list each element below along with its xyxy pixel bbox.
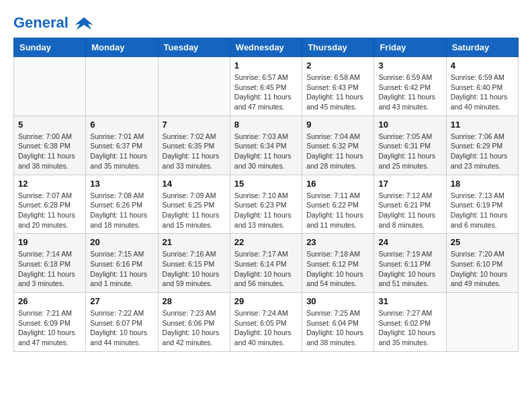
- day-info: Sunrise: 7:08 AMSunset: 6:26 PMDaylight:…: [90, 191, 153, 230]
- calendar-day-5: 5Sunrise: 7:00 AMSunset: 6:38 PMDaylight…: [14, 116, 86, 175]
- day-info: Sunrise: 6:58 AMSunset: 6:43 PMDaylight:…: [306, 73, 369, 112]
- day-info: Sunrise: 7:20 AMSunset: 6:10 PMDaylight:…: [451, 249, 514, 289]
- day-info: Sunrise: 7:27 AMSunset: 6:02 PMDaylight:…: [378, 308, 441, 348]
- page-header: General: [13, 13, 519, 31]
- day-number: 14: [163, 179, 226, 189]
- day-info: Sunrise: 6:59 AMSunset: 6:42 PMDaylight:…: [378, 73, 441, 112]
- calendar-day-25: 25Sunrise: 7:20 AMSunset: 6:10 PMDayligh…: [446, 234, 518, 293]
- day-info: Sunrise: 7:12 AMSunset: 6:21 PMDaylight:…: [378, 191, 441, 230]
- calendar-empty-cell: [446, 293, 518, 352]
- day-info: Sunrise: 7:01 AMSunset: 6:37 PMDaylight:…: [90, 132, 153, 171]
- logo-general: General: [13, 14, 69, 31]
- calendar-empty-cell: [86, 57, 158, 116]
- day-info: Sunrise: 7:03 AMSunset: 6:34 PMDaylight:…: [234, 132, 298, 171]
- weekday-header-tuesday: Tuesday: [158, 38, 230, 57]
- calendar-day-21: 21Sunrise: 7:16 AMSunset: 6:15 PMDayligh…: [158, 234, 230, 293]
- calendar-empty-cell: [14, 57, 86, 116]
- calendar-day-9: 9Sunrise: 7:04 AMSunset: 6:32 PMDaylight…: [302, 116, 374, 175]
- day-info: Sunrise: 7:22 AMSunset: 6:07 PMDaylight:…: [90, 308, 153, 348]
- weekday-header-saturday: Saturday: [446, 38, 518, 57]
- day-info: Sunrise: 7:07 AMSunset: 6:28 PMDaylight:…: [18, 191, 81, 230]
- calendar-day-2: 2Sunrise: 6:58 AMSunset: 6:43 PMDaylight…: [302, 57, 374, 116]
- day-number: 9: [306, 120, 369, 130]
- day-number: 24: [378, 237, 441, 247]
- calendar-day-20: 20Sunrise: 7:15 AMSunset: 6:16 PMDayligh…: [86, 234, 158, 293]
- calendar-day-26: 26Sunrise: 7:21 AMSunset: 6:09 PMDayligh…: [14, 293, 86, 352]
- calendar-day-30: 30Sunrise: 7:25 AMSunset: 6:04 PMDayligh…: [302, 293, 374, 352]
- day-number: 31: [378, 296, 441, 306]
- logo: General: [13, 13, 94, 31]
- day-info: Sunrise: 7:04 AMSunset: 6:32 PMDaylight:…: [306, 132, 369, 171]
- calendar-week-row: 12Sunrise: 7:07 AMSunset: 6:28 PMDayligh…: [14, 175, 519, 234]
- day-info: Sunrise: 7:14 AMSunset: 6:18 PMDaylight:…: [18, 249, 81, 289]
- calendar-week-row: 19Sunrise: 7:14 AMSunset: 6:18 PMDayligh…: [14, 234, 519, 293]
- day-info: Sunrise: 7:05 AMSunset: 6:31 PMDaylight:…: [378, 132, 441, 171]
- calendar-day-1: 1Sunrise: 6:57 AMSunset: 6:45 PMDaylight…: [230, 57, 302, 116]
- day-number: 29: [234, 296, 298, 306]
- calendar-week-row: 26Sunrise: 7:21 AMSunset: 6:09 PMDayligh…: [14, 293, 519, 352]
- calendar-day-22: 22Sunrise: 7:17 AMSunset: 6:14 PMDayligh…: [230, 234, 302, 293]
- calendar-day-12: 12Sunrise: 7:07 AMSunset: 6:28 PMDayligh…: [14, 175, 86, 234]
- weekday-header-friday: Friday: [374, 38, 446, 57]
- day-number: 17: [378, 179, 441, 189]
- day-number: 15: [234, 179, 298, 189]
- weekday-header-sunday: Sunday: [14, 38, 86, 57]
- day-info: Sunrise: 7:02 AMSunset: 6:35 PMDaylight:…: [163, 132, 226, 171]
- day-info: Sunrise: 7:10 AMSunset: 6:23 PMDaylight:…: [234, 191, 298, 230]
- calendar-day-15: 15Sunrise: 7:10 AMSunset: 6:23 PMDayligh…: [230, 175, 302, 234]
- calendar-day-6: 6Sunrise: 7:01 AMSunset: 6:37 PMDaylight…: [86, 116, 158, 175]
- day-number: 6: [90, 120, 153, 130]
- calendar-day-3: 3Sunrise: 6:59 AMSunset: 6:42 PMDaylight…: [374, 57, 446, 116]
- calendar-table: SundayMondayTuesdayWednesdayThursdayFrid…: [13, 38, 519, 352]
- day-number: 11: [451, 120, 514, 130]
- calendar-day-19: 19Sunrise: 7:14 AMSunset: 6:18 PMDayligh…: [14, 234, 86, 293]
- day-number: 28: [163, 296, 226, 306]
- day-number: 30: [306, 296, 369, 306]
- calendar-day-10: 10Sunrise: 7:05 AMSunset: 6:31 PMDayligh…: [374, 116, 446, 175]
- calendar-week-row: 5Sunrise: 7:00 AMSunset: 6:38 PMDaylight…: [14, 116, 519, 175]
- calendar-day-28: 28Sunrise: 7:23 AMSunset: 6:06 PMDayligh…: [158, 293, 230, 352]
- day-info: Sunrise: 7:13 AMSunset: 6:19 PMDaylight:…: [451, 191, 514, 230]
- day-info: Sunrise: 7:11 AMSunset: 6:22 PMDaylight:…: [306, 191, 369, 230]
- day-number: 13: [90, 179, 153, 189]
- calendar-day-18: 18Sunrise: 7:13 AMSunset: 6:19 PMDayligh…: [446, 175, 518, 234]
- day-info: Sunrise: 7:15 AMSunset: 6:16 PMDaylight:…: [90, 249, 153, 289]
- day-number: 27: [90, 296, 153, 306]
- calendar-day-14: 14Sunrise: 7:09 AMSunset: 6:25 PMDayligh…: [158, 175, 230, 234]
- day-info: Sunrise: 6:57 AMSunset: 6:45 PMDaylight:…: [234, 73, 298, 112]
- calendar-day-8: 8Sunrise: 7:03 AMSunset: 6:34 PMDaylight…: [230, 116, 302, 175]
- day-info: Sunrise: 7:21 AMSunset: 6:09 PMDaylight:…: [18, 308, 81, 348]
- day-number: 18: [451, 179, 514, 189]
- day-info: Sunrise: 6:59 AMSunset: 6:40 PMDaylight:…: [451, 73, 514, 112]
- day-info: Sunrise: 7:06 AMSunset: 6:29 PMDaylight:…: [451, 132, 514, 171]
- calendar-day-27: 27Sunrise: 7:22 AMSunset: 6:07 PMDayligh…: [86, 293, 158, 352]
- logo-text: General: [13, 13, 94, 34]
- calendar-day-29: 29Sunrise: 7:24 AMSunset: 6:05 PMDayligh…: [230, 293, 302, 352]
- calendar-day-24: 24Sunrise: 7:19 AMSunset: 6:11 PMDayligh…: [374, 234, 446, 293]
- calendar-day-7: 7Sunrise: 7:02 AMSunset: 6:35 PMDaylight…: [158, 116, 230, 175]
- calendar-header-row: SundayMondayTuesdayWednesdayThursdayFrid…: [14, 38, 519, 57]
- calendar-day-17: 17Sunrise: 7:12 AMSunset: 6:21 PMDayligh…: [374, 175, 446, 234]
- day-info: Sunrise: 7:17 AMSunset: 6:14 PMDaylight:…: [234, 249, 298, 289]
- day-number: 21: [163, 237, 226, 247]
- day-info: Sunrise: 7:09 AMSunset: 6:25 PMDaylight:…: [163, 191, 226, 230]
- calendar-week-row: 1Sunrise: 6:57 AMSunset: 6:45 PMDaylight…: [14, 57, 519, 116]
- svg-marker-0: [75, 17, 93, 30]
- day-info: Sunrise: 7:00 AMSunset: 6:38 PMDaylight:…: [18, 132, 81, 171]
- day-info: Sunrise: 7:24 AMSunset: 6:05 PMDaylight:…: [234, 308, 298, 348]
- calendar-day-11: 11Sunrise: 7:06 AMSunset: 6:29 PMDayligh…: [446, 116, 518, 175]
- day-number: 5: [18, 120, 81, 130]
- calendar-empty-cell: [158, 57, 230, 116]
- calendar-day-23: 23Sunrise: 7:18 AMSunset: 6:12 PMDayligh…: [302, 234, 374, 293]
- calendar-day-16: 16Sunrise: 7:11 AMSunset: 6:22 PMDayligh…: [302, 175, 374, 234]
- day-number: 1: [234, 60, 298, 71]
- weekday-header-monday: Monday: [86, 38, 158, 57]
- day-number: 10: [378, 120, 441, 130]
- day-info: Sunrise: 7:19 AMSunset: 6:11 PMDaylight:…: [378, 249, 441, 289]
- day-number: 23: [306, 237, 369, 247]
- day-number: 2: [306, 60, 369, 71]
- day-info: Sunrise: 7:16 AMSunset: 6:15 PMDaylight:…: [163, 249, 226, 289]
- day-info: Sunrise: 7:23 AMSunset: 6:06 PMDaylight:…: [163, 308, 226, 348]
- day-info: Sunrise: 7:25 AMSunset: 6:04 PMDaylight:…: [306, 308, 369, 348]
- day-number: 25: [451, 237, 514, 247]
